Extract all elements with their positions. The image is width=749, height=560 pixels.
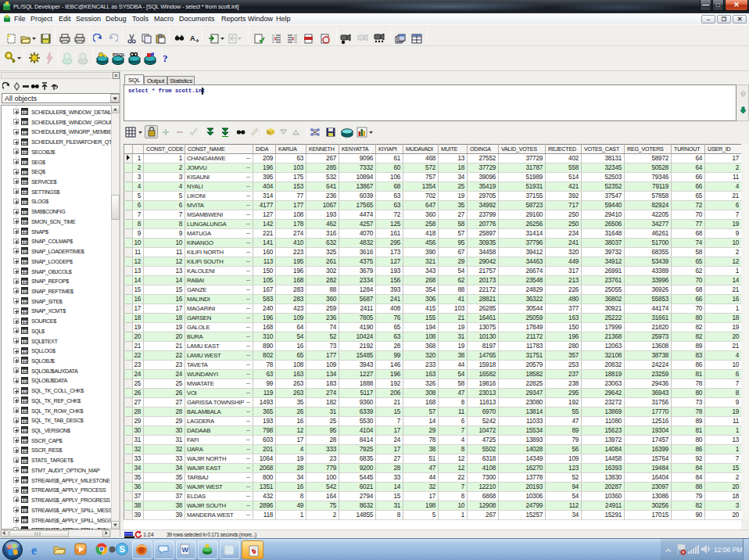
svg-text:S: S	[120, 544, 125, 554]
svg-text:A: A	[190, 34, 195, 42]
svg-text:W: W	[182, 546, 189, 554]
svg-text:PSQL: PSQL	[113, 52, 125, 57]
